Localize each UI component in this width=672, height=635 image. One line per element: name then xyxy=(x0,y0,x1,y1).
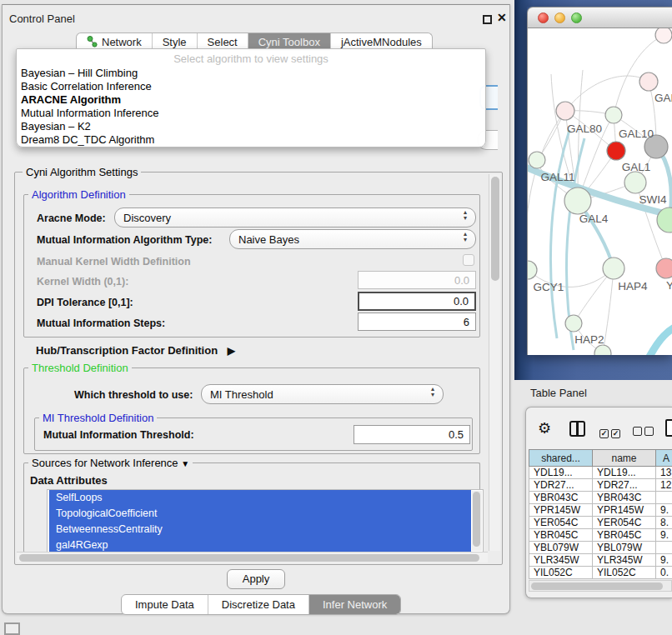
scrollbar-thumb[interactable] xyxy=(491,177,499,281)
table-row[interactable]: YPR145WYPR145W9. xyxy=(529,504,672,517)
attribute-item[interactable]: TopologicalCoefficient xyxy=(49,506,471,522)
table-horizontal-scrollbar[interactable] xyxy=(529,580,672,592)
table-row[interactable]: YBR045CYBR045C9. xyxy=(529,529,672,542)
node-swi4[interactable] xyxy=(624,172,646,193)
column-header-partial[interactable]: A xyxy=(656,450,672,467)
data-attributes-label: Data Attributes xyxy=(30,474,108,487)
node-bottom-partial[interactable] xyxy=(594,345,611,355)
zoom-traffic-light[interactable] xyxy=(571,12,582,23)
mi-steps-field[interactable]: 6 xyxy=(358,312,476,331)
gear-icon[interactable]: ⚙ xyxy=(538,419,551,438)
node-gal10[interactable] xyxy=(605,107,622,123)
scrollbar-thumb[interactable] xyxy=(473,492,480,547)
node-table: shared... name A YDL19...YDL19...13 YDR2… xyxy=(529,449,672,579)
node-label: GAL10 xyxy=(619,128,654,140)
document-icon[interactable] xyxy=(665,419,672,437)
mi-threshold-field[interactable]: 0.5 xyxy=(354,425,470,444)
settings-horizontal-scrollbar[interactable] xyxy=(17,552,488,562)
minimize-traffic-light[interactable] xyxy=(554,12,565,23)
attribute-item[interactable]: gal4RGexp xyxy=(49,538,471,552)
node[interactable] xyxy=(655,28,672,43)
attribute-item[interactable]: BetweennessCentrality xyxy=(49,522,471,538)
table-row[interactable]: YLR345WYLR345W9. xyxy=(529,554,672,567)
node-pink-right[interactable] xyxy=(656,258,672,278)
spinner-arrows-icon: ▴▾ xyxy=(464,231,467,242)
node-gal4[interactable] xyxy=(564,188,591,214)
network-graph: GAL80 GAL10 GAL1 GAL11 GAL4 SWI4 GCY1 HA… xyxy=(528,28,672,355)
node-label: SWI4 xyxy=(639,193,666,206)
cyni-settings-panel: Algorithm Definition Aracne Mode: Discov… xyxy=(14,172,503,565)
spinner-arrows-icon: ▴▾ xyxy=(431,386,434,398)
attributes-scrollbar[interactable] xyxy=(472,491,482,551)
float-window-icon[interactable] xyxy=(483,15,492,24)
table-panel-window: ⚙ ✓✓ shared... name A YDL19...YDL19...13… xyxy=(525,407,672,598)
node-label: GAL4 xyxy=(579,212,609,225)
node-label-partial: Y xyxy=(666,279,672,292)
mi-steps-label: Mutual Information Steps: xyxy=(37,318,165,329)
control-panel-title: Control Panel xyxy=(9,12,75,25)
table-row[interactable]: YBR043CYBR043C xyxy=(529,492,672,504)
aracne-mode-combo[interactable]: Discovery ▴▾ xyxy=(114,208,476,228)
table-row[interactable]: YER054CYER054C8. xyxy=(529,517,672,529)
collapse-down-icon: ▼ xyxy=(181,459,189,468)
node-gal-partial[interactable] xyxy=(639,72,658,91)
mi-type-label: Mutual Information Algorithm Type: xyxy=(37,234,212,246)
scrollbar-thumb[interactable] xyxy=(19,554,479,562)
checked-columns-icon[interactable]: ✓✓ xyxy=(599,424,623,439)
node-gal80[interactable] xyxy=(556,102,574,120)
network-window-titlebar[interactable] xyxy=(527,7,672,28)
unchecked-columns-icon[interactable] xyxy=(633,424,656,439)
node-label-partial: GAL xyxy=(654,92,672,104)
manual-kernel-label: Manual Kernel Width Definition xyxy=(37,256,191,268)
algorithm-option[interactable]: Dream8 DC_TDC Algorithm xyxy=(21,133,154,146)
kernel-width-field[interactable]: 0.0 xyxy=(358,271,476,289)
attribute-item[interactable]: SelfLoops xyxy=(49,490,471,506)
mi-threshold-label: Mutual Information Threshold: xyxy=(43,429,194,441)
scrollbar-thumb[interactable] xyxy=(531,582,663,590)
tab-label: Network xyxy=(102,36,142,48)
node-label: GAL80 xyxy=(567,122,602,135)
table-row[interactable]: YBL079WYBL079W xyxy=(529,542,672,554)
data-attributes-list: SelfLoops TopologicalCoefficient Between… xyxy=(47,489,484,552)
close-icon[interactable]: ✕ xyxy=(497,11,507,24)
mi-threshold-def-title: MI Threshold Definition xyxy=(39,412,157,424)
algorithm-definition-fieldset: Aracne Mode: Discovery ▴▾ Mutual Informa… xyxy=(23,194,480,338)
settings-vertical-scrollbar[interactable] xyxy=(489,174,500,551)
split-columns-icon[interactable] xyxy=(569,421,585,437)
algorithm-option-selected[interactable]: ARACNE Algorithm xyxy=(21,93,121,106)
algorithm-option[interactable]: Basic Correlation Inference xyxy=(21,80,152,92)
algorithm-option[interactable]: Bayesian – K2 xyxy=(21,120,91,132)
table-row[interactable]: YIL052CYIL052C0. xyxy=(529,567,672,579)
manual-kernel-checkbox[interactable] xyxy=(463,254,474,266)
dpi-tolerance-field[interactable]: 0.0 xyxy=(358,292,476,311)
which-threshold-label: Which threshold to use: xyxy=(74,389,193,401)
settings-panel-title: Cyni Algorithm Settings xyxy=(23,166,141,178)
hub-definition-toggle[interactable]: Hub/Transcription Factor Definition ▶ xyxy=(36,344,235,357)
collapsed-panel-icon[interactable] xyxy=(4,622,20,635)
network-canvas[interactable]: GAL80 GAL10 GAL1 GAL11 GAL4 SWI4 GCY1 HA… xyxy=(527,28,672,355)
node-label: GAL11 xyxy=(540,171,574,183)
node-label: HAP2 xyxy=(574,333,604,346)
table-row[interactable]: YDR27...YDR27...12 xyxy=(529,479,672,492)
tab-impute-data[interactable]: Impute Data xyxy=(122,595,208,614)
which-threshold-combo[interactable]: MI Threshold ▴▾ xyxy=(201,384,444,404)
tab-discretize-data[interactable]: Discretize Data xyxy=(208,595,309,614)
column-header-shared[interactable]: shared... xyxy=(529,450,593,467)
close-traffic-light[interactable] xyxy=(538,12,549,23)
node-gal11[interactable] xyxy=(529,152,545,168)
control-panel-window: Control Panel ✕ Network Style Select Cyn… xyxy=(2,4,510,614)
algorithm-dropdown-popup: Select algorithm to view settings Bayesi… xyxy=(16,48,486,148)
algorithm-option[interactable]: Bayesian – Hill Climbing xyxy=(21,67,138,79)
column-header-name[interactable]: name xyxy=(593,450,656,467)
node-hap4[interactable] xyxy=(603,258,624,279)
sources-title[interactable]: Sources for Network Inference ▼ xyxy=(28,457,193,469)
node-hap2[interactable] xyxy=(565,315,582,332)
node-gal1-selected[interactable] xyxy=(607,142,625,160)
algorithm-option[interactable]: Mutual Information Inference xyxy=(21,107,158,119)
tab-infer-network[interactable]: Infer Network xyxy=(309,595,400,614)
table-row[interactable]: YDL19...YDL19...13 xyxy=(529,467,672,479)
apply-button[interactable]: Apply xyxy=(227,569,285,589)
mi-type-combo[interactable]: Naive Bayes ▴▾ xyxy=(229,229,476,249)
node-label: GCY1 xyxy=(534,281,564,293)
algorithm-definition-title: Algorithm Definition xyxy=(28,188,129,201)
